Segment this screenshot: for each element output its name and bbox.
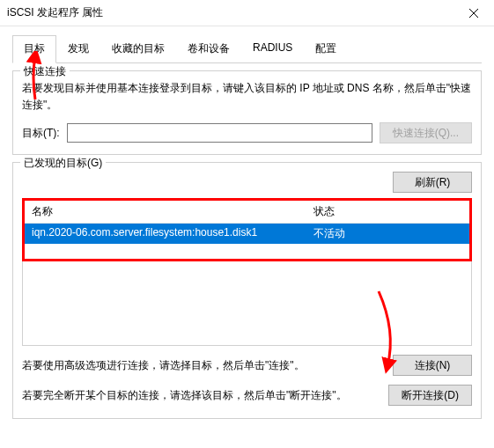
tab-favorites[interactable]: 收藏的目标 [100, 35, 176, 62]
row-name: iqn.2020-06.com.server.filesystem:house1… [25, 224, 306, 244]
tab-target[interactable]: 目标 [12, 35, 56, 63]
titlebar: iSCSI 发起程序 属性 [0, 0, 494, 26]
list-empty-area[interactable] [22, 261, 472, 346]
targets-table: 名称 状态 iqn.2020-06.com.server.filesystem:… [22, 198, 472, 261]
tab-volumes[interactable]: 卷和设备 [176, 35, 241, 62]
disconnect-button[interactable]: 断开连接(D) [388, 385, 472, 406]
tab-radius[interactable]: RADIUS [241, 35, 304, 62]
connect-instruction: 若要使用高级选项进行连接，请选择目标，然后单击"连接"。 [22, 357, 384, 373]
connect-button[interactable]: 连接(N) [393, 355, 472, 376]
tab-discover[interactable]: 发现 [56, 35, 100, 62]
target-label: 目标(T): [22, 126, 60, 141]
row-status: 不活动 [306, 224, 469, 244]
window-title: iSCSI 发起程序 属性 [7, 5, 103, 20]
refresh-button[interactable]: 刷新(R) [393, 172, 472, 193]
table-row[interactable]: iqn.2020-06.com.server.filesystem:house1… [25, 224, 469, 244]
quick-connect-title: 快速连接 [20, 64, 70, 79]
column-name[interactable]: 名称 [25, 201, 306, 223]
column-status[interactable]: 状态 [306, 201, 469, 223]
content-area: 目标 发现 收藏的目标 卷和设备 RADIUS 配置 快速连接 若要发现目标并使… [0, 26, 494, 428]
target-input[interactable] [67, 123, 372, 143]
disconnect-instruction: 若要完全断开某个目标的连接，请选择该目标，然后单击"断开连接"。 [22, 387, 380, 403]
quick-connect-group: 快速连接 若要发现目标并使用基本连接登录到目标，请键入该目标的 IP 地址或 D… [12, 70, 482, 155]
connect-row: 若要使用高级选项进行连接，请选择目标，然后单击"连接"。 连接(N) [22, 355, 472, 376]
table-header: 名称 状态 [25, 201, 469, 224]
discovered-targets-group: 已发现的目标(G) 刷新(R) 名称 状态 iqn.2020-06.com.se… [12, 162, 482, 419]
discovered-title: 已发现的目标(G) [20, 156, 106, 171]
quick-connect-instruction: 若要发现目标并使用基本连接登录到目标，请键入该目标的 IP 地址或 DNS 名称… [22, 80, 472, 114]
target-input-row: 目标(T): 快速连接(Q)... [22, 122, 472, 143]
tab-bar: 目标 发现 收藏的目标 卷和设备 RADIUS 配置 [12, 35, 482, 63]
quick-connect-button[interactable]: 快速连接(Q)... [380, 122, 472, 143]
close-button[interactable] [453, 0, 494, 26]
close-icon [469, 9, 478, 18]
disconnect-row: 若要完全断开某个目标的连接，请选择该目标，然后单击"断开连接"。 断开连接(D) [22, 385, 472, 406]
tab-config[interactable]: 配置 [304, 35, 348, 62]
